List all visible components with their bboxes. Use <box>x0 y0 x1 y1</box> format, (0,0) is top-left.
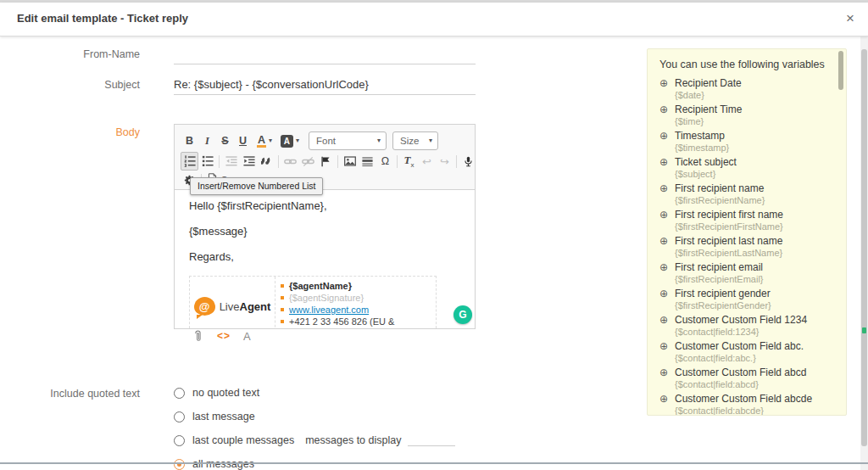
radio-option-label: last message <box>192 411 255 422</box>
grammarly-icon[interactable]: G <box>453 305 472 324</box>
variable-code: {$firstRecipientFirstName} <box>675 221 826 232</box>
quoted-text-radio-group: no quoted text last message last couple … <box>174 386 455 470</box>
plus-circle-icon: ⊕ <box>659 157 670 168</box>
plain-text-button[interactable]: A <box>243 330 251 343</box>
plus-circle-icon: ⊕ <box>659 341 670 352</box>
redo-button[interactable]: ↪ <box>436 152 453 171</box>
size-dropdown[interactable]: Size ▾ <box>392 131 438 150</box>
radio-option[interactable]: no quoted text <box>174 386 455 400</box>
link-button[interactable] <box>281 152 299 171</box>
html-source-button[interactable]: <> <box>217 330 231 342</box>
underline-button[interactable]: U <box>234 131 252 150</box>
variables-list: ⊕ Recipient Date {$date} ⊕ Recipient Tim… <box>659 78 826 416</box>
text-color-button[interactable]: A ▾ <box>252 131 277 150</box>
variable-item[interactable]: ⊕ Customer Custom Field abcd {$contact|f… <box>659 367 826 389</box>
radio-circle-icon <box>174 435 185 446</box>
bullet-square-icon <box>281 320 284 323</box>
variables-panel: You can use the following variables ⊕ Re… <box>647 48 847 416</box>
editor-footer-actions: <> A <box>192 328 251 344</box>
variable-name: Recipient Time <box>675 104 742 115</box>
variable-item[interactable]: ⊕ Customer Custom Field abc. {$contact|f… <box>659 341 826 363</box>
radio-circle-icon <box>174 411 185 422</box>
variable-item[interactable]: ⊕ First recipient name {$firstRecipientN… <box>659 183 826 205</box>
undo-button[interactable]: ↩ <box>418 152 436 171</box>
variable-name: Ticket subject <box>675 157 737 168</box>
italic-button[interactable]: I <box>198 131 216 150</box>
separator <box>219 155 220 168</box>
panel-scrollbar[interactable] <box>838 51 843 413</box>
subject-label: Subject <box>0 79 140 91</box>
image-button[interactable] <box>341 152 359 171</box>
remove-format-button[interactable]: Tx <box>400 152 418 171</box>
microphone-button[interactable] <box>459 152 477 171</box>
caret-down-icon: ▾ <box>377 137 381 144</box>
background-color-button[interactable]: A ▾ <box>277 131 303 150</box>
from-name-input[interactable] <box>174 48 476 64</box>
signature-logo-cell: @ LiveAgent <box>190 277 275 328</box>
signature-line: +421 2 33 456 826 (EU & Worldwide) <box>281 316 431 328</box>
unlink-button[interactable] <box>299 152 317 171</box>
bullet-list-button[interactable] <box>198 152 216 171</box>
messages-count-input[interactable] <box>408 435 455 446</box>
radio-option[interactable]: last couple messages messages to display <box>174 434 455 447</box>
editor-content-area[interactable]: Hello {$firstRecipientName}, {$message} … <box>175 189 475 328</box>
font-dropdown-label: Font <box>316 136 336 146</box>
variable-item[interactable]: ⊕ First recipient gender {$firstRecipien… <box>659 288 826 311</box>
flag-button[interactable] <box>317 152 335 171</box>
bullet-square-icon <box>281 284 284 288</box>
attachment-button[interactable] <box>192 330 204 343</box>
messages-to-display-label: messages to display <box>305 434 401 446</box>
variable-item[interactable]: ⊕ First recipient last name {$firstRecip… <box>659 236 826 258</box>
liveagent-bubble-icon: @ <box>194 297 215 316</box>
radio-option-label: last couple messages <box>192 434 294 446</box>
variable-item[interactable]: ⊕ First recipient email {$firstRecipient… <box>659 262 826 284</box>
separator <box>278 155 279 168</box>
signature-line: www.liveagent.com <box>281 305 431 316</box>
panel-scrollbar-thumb[interactable] <box>838 51 843 90</box>
subject-input[interactable] <box>174 77 476 95</box>
plus-circle-icon: ⊕ <box>659 104 670 115</box>
variable-item[interactable]: ⊕ Customer Custom Field 1234 {$contact|f… <box>659 315 826 337</box>
separator <box>337 155 338 168</box>
dialog-title: Edit email template - Ticket reply <box>17 12 188 25</box>
variable-item[interactable]: ⊕ First recipient first name {$firstReci… <box>659 210 826 232</box>
liveagent-logo: @ LiveAgent <box>194 297 271 316</box>
variable-code: {$contact|field:abc.} <box>675 353 826 363</box>
variable-name: Customer Custom Field abc. <box>675 341 804 352</box>
omega-button[interactable]: Ω <box>376 152 394 171</box>
caret-down-icon: ▾ <box>429 137 432 144</box>
radio-option[interactable]: last message <box>174 410 455 423</box>
bullet-square-icon <box>281 308 284 311</box>
page-scrollbar-thumb[interactable] <box>861 49 867 446</box>
strikethrough-button[interactable]: S <box>216 131 234 150</box>
numbered-list-button[interactable] <box>181 152 198 171</box>
plus-circle-icon: ⊕ <box>659 131 670 142</box>
bold-button[interactable]: B <box>181 131 198 150</box>
decrease-indent-button[interactable] <box>222 152 240 171</box>
variable-code: {$date} <box>675 90 826 100</box>
variable-item[interactable]: ⊕ Recipient Date {$date} <box>659 78 826 100</box>
variable-item[interactable]: ⊕ Customer Custom Field abcde {$contact|… <box>659 394 826 416</box>
plus-circle-icon: ⊕ <box>659 183 670 194</box>
variable-item[interactable]: ⊕ Timestamp {$timestamp} <box>659 131 826 153</box>
body-label: Body <box>0 126 140 138</box>
variable-code: {$contact|field:abcde} <box>675 406 826 416</box>
variable-name: Customer Custom Field abcd <box>675 367 806 378</box>
variable-name: First recipient first name <box>675 210 783 221</box>
scrollbar-green-marker <box>862 327 866 333</box>
blockquote-button[interactable] <box>258 152 275 171</box>
variable-name: First recipient last name <box>675 236 782 247</box>
include-quoted-text-label: Include quoted text <box>0 388 140 400</box>
variable-item[interactable]: ⊕ Ticket subject {$subject} <box>659 157 826 179</box>
increase-indent-button[interactable] <box>240 152 258 171</box>
page-scrollbar[interactable] <box>860 36 868 470</box>
plus-circle-icon: ⊕ <box>659 236 670 247</box>
logo-agent-text: Agent <box>240 300 271 313</box>
variable-item[interactable]: ⊕ Recipient Time {$time} <box>659 104 826 126</box>
dialog-header: Edit email template - Ticket reply × <box>0 3 868 36</box>
font-dropdown[interactable]: Font ▾ <box>309 131 387 150</box>
variables-panel-title: You can use the following variables <box>659 59 826 70</box>
background-color-a: A <box>281 135 293 148</box>
hr-lines-button[interactable] <box>359 152 376 171</box>
close-icon[interactable]: × <box>841 9 860 28</box>
